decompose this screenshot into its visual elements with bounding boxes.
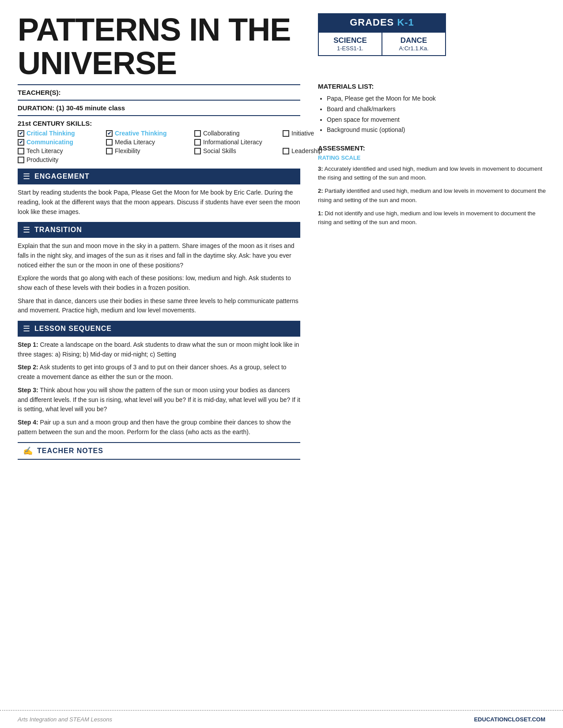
transition-icon: ☰ <box>23 225 30 235</box>
footer: Arts Integration and STEAM Lessons EDUCA… <box>0 710 563 728</box>
footer-left: Arts Integration and STEAM Lessons <box>18 716 112 723</box>
step3-label: Step 3: <box>18 387 38 394</box>
grades-block: GRADES K-1 SCIENCE 1-ESS1-1. DANCE A:Cr1… <box>318 13 446 56</box>
notes-icon: ✍ <box>23 446 33 456</box>
skill-label-tech-literacy: Tech Literacy <box>26 147 63 154</box>
engagement-icon: ☰ <box>23 172 30 181</box>
checkbox-communicating[interactable]: ✔ <box>18 139 24 146</box>
engagement-title: ENGAGEMENT <box>34 173 90 180</box>
checkbox-leadership[interactable] <box>283 148 289 154</box>
rating-2: 2: Partially identified and used high, m… <box>318 187 550 204</box>
materials-list: Papa, Please get the Moon for Me book Bo… <box>318 94 550 135</box>
materials-title: MATERIALS LIST: <box>318 83 550 90</box>
skill-label-creative-thinking: Creative Thinking <box>115 130 166 137</box>
checkbox-initiative[interactable] <box>283 130 289 137</box>
science-code: 1-ESS1-1. <box>321 45 380 52</box>
lesson-sequence-body: Step 1: Create a landscape on the board.… <box>18 340 300 437</box>
transition-header: ☰ TRANSITION <box>18 222 300 238</box>
checkbox-productivity[interactable] <box>18 157 24 163</box>
skill-label-social-skills: Social Skills <box>203 147 236 154</box>
step4-label: Step 4: <box>18 419 38 426</box>
skills-section: 21st CENTURY SKILLS: ✔ Critical Thinking… <box>18 120 300 163</box>
subject-dance: DANCE A:Cr1.1.Ka. <box>382 33 445 55</box>
checkbox-flexibility[interactable] <box>106 148 113 154</box>
duration-divider <box>18 115 300 116</box>
step2-label: Step 2: <box>18 364 38 371</box>
skills-grid: ✔ Critical Thinking ✔ Creative Thinking … <box>18 130 300 163</box>
skill-item-productivity: Productivity <box>18 156 106 163</box>
checkbox-tech-literacy[interactable] <box>18 148 24 154</box>
skill-label-communicating: Communicating <box>26 139 73 146</box>
lesson-sequence-icon: ☰ <box>23 324 30 334</box>
grades-badge: GRADES K-1 <box>318 13 446 32</box>
transition-title: TRANSITION <box>34 226 82 234</box>
rating-3: 3: Accurately identified and used high, … <box>318 165 550 182</box>
header-area: PATTERNS IN THE UNIVERSE <box>18 13 300 80</box>
skill-label-media-literacy: Media Literacy <box>115 139 155 146</box>
skill-item-collaborating: Collaborating <box>194 130 283 137</box>
checkbox-collaborating[interactable] <box>194 130 201 137</box>
checkbox-media-literacy[interactable] <box>106 139 113 146</box>
engagement-header: ☰ ENGAGEMENT <box>18 169 300 184</box>
skill-label-informational-literacy: Informational Literacy <box>203 139 262 146</box>
rating-scale-label: RATING SCALE <box>318 154 550 161</box>
skill-item-communicating: ✔ Communicating <box>18 139 106 146</box>
subject-row: SCIENCE 1-ESS1-1. DANCE A:Cr1.1.Ka. <box>318 32 446 56</box>
header-divider <box>18 84 300 85</box>
skills-title: 21st CENTURY SKILLS: <box>18 120 300 127</box>
rating-1: 1: Did not identify and use high, medium… <box>318 209 550 227</box>
skill-label-flexibility: Flexibility <box>115 147 140 154</box>
teacher-divider <box>18 100 300 101</box>
lesson-sequence-title: LESSON SEQUENCE <box>34 325 112 333</box>
skill-label-productivity: Productivity <box>26 156 58 163</box>
skill-item-critical-thinking: ✔ Critical Thinking <box>18 130 106 137</box>
title-block: PATTERNS IN THE UNIVERSE <box>18 13 300 80</box>
main-title: PATTERNS IN THE UNIVERSE <box>18 13 300 80</box>
skill-item-tech-literacy: Tech Literacy <box>18 147 106 154</box>
list-item: Open space for movement <box>327 115 550 125</box>
dance-code: A:Cr1.1.Ka. <box>384 45 443 52</box>
main-content: PATTERNS IN THE UNIVERSE TEACHER(S): DUR… <box>0 0 563 710</box>
left-column: PATTERNS IN THE UNIVERSE TEACHER(S): DUR… <box>18 13 309 710</box>
skill-label-critical-thinking: Critical Thinking <box>26 130 75 137</box>
checkbox-informational-literacy[interactable] <box>194 139 201 146</box>
teacher-notes-header: ✍ TEACHER NOTES <box>18 442 300 460</box>
footer-right: EDUCATIONCLOSET.COM <box>474 716 545 723</box>
teacher-notes-title: TEACHER NOTES <box>37 447 103 455</box>
skill-item-media-literacy: Media Literacy <box>106 139 194 146</box>
list-item: Board and chalk/markers <box>327 104 550 115</box>
checkbox-social-skills[interactable] <box>194 148 201 154</box>
science-name: SCIENCE <box>321 36 380 45</box>
assessment-title: ASSESSMENT: <box>318 144 550 152</box>
list-item: Papa, Please get the Moon for Me book <box>327 94 550 104</box>
transition-body: Explain that the sun and moon move in th… <box>18 241 300 315</box>
right-column: GRADES K-1 SCIENCE 1-ESS1-1. DANCE A:Cr1… <box>309 13 550 710</box>
checkbox-critical-thinking[interactable]: ✔ <box>18 130 24 137</box>
skill-item-creative-thinking: ✔ Creative Thinking <box>106 130 194 137</box>
skill-label-collaborating: Collaborating <box>203 130 240 137</box>
duration-label: DURATION: (1) 30-45 minute class <box>18 104 300 112</box>
checkbox-creative-thinking[interactable]: ✔ <box>106 130 113 137</box>
engagement-body: Start by reading students the book Papa,… <box>18 188 300 217</box>
skill-item-social-skills: Social Skills <box>194 147 283 154</box>
subject-science: SCIENCE 1-ESS1-1. <box>319 33 382 55</box>
page: PATTERNS IN THE UNIVERSE TEACHER(S): DUR… <box>0 0 563 728</box>
lesson-sequence-header: ☰ LESSON SEQUENCE <box>18 321 300 337</box>
teacher-label: TEACHER(S): <box>18 89 300 96</box>
skill-item-flexibility: Flexibility <box>106 147 194 154</box>
list-item: Background music (optional) <box>327 125 550 135</box>
dance-name: DANCE <box>384 36 443 45</box>
step1-label: Step 1: <box>18 341 38 348</box>
